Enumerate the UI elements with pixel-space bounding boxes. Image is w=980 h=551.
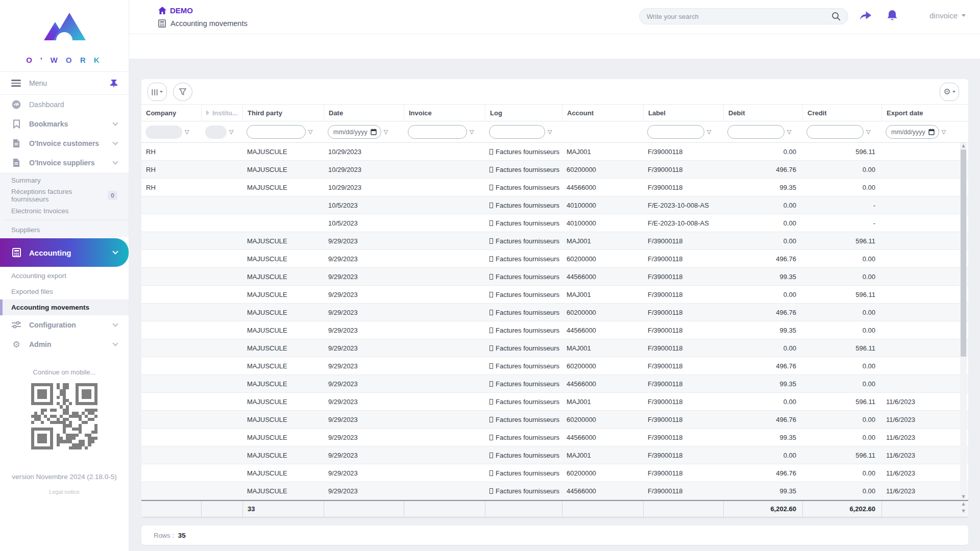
- filter-funnel-icon[interactable]: ▽: [229, 129, 233, 135]
- filter-funnel-icon[interactable]: ▽: [866, 129, 870, 135]
- filter-button[interactable]: [173, 83, 192, 101]
- cell-label: F/39000118: [643, 380, 723, 388]
- filter-funnel-icon[interactable]: ▽: [787, 129, 791, 135]
- filter-funnel-icon[interactable]: ▽: [185, 129, 189, 135]
- column-header-invoice[interactable]: Invoice: [404, 105, 485, 121]
- table-row[interactable]: MAJUSCULE9/29/2023Factures fournisseurs4…: [141, 375, 968, 393]
- scroll-down-icon[interactable]: ▼: [962, 509, 965, 513]
- table-row[interactable]: MAJUSCULE9/29/2023Factures fournisseurs4…: [141, 482, 968, 500]
- sidebar-item-dashboard[interactable]: Dashboard: [0, 95, 129, 114]
- dashboard-icon: [11, 100, 21, 109]
- table-row[interactable]: MAJUSCULE9/29/2023Factures fournisseursM…: [141, 393, 968, 411]
- cell-label: F/E-2023-10-008-AS: [643, 202, 723, 209]
- scroll-up-icon[interactable]: ▲: [962, 502, 965, 506]
- table-row[interactable]: MAJUSCULE9/29/2023Factures fournisseursM…: [141, 232, 968, 250]
- sidebar-item-electronic-invoices[interactable]: Electronic Invoices: [0, 203, 129, 218]
- table-row[interactable]: RHMAJUSCULE10/29/2023Factures fournisseu…: [141, 161, 968, 179]
- table-row[interactable]: MAJUSCULE9/29/2023Factures fournisseurs6…: [141, 357, 968, 375]
- sidebar-item-receptions-factures[interactable]: Réceptions factures fournisseurs 0: [0, 188, 129, 203]
- cell-credit: 0.00: [802, 255, 881, 263]
- sidebar-item-accounting-movements[interactable]: Accounting movements: [0, 299, 129, 315]
- totals-scrollbar[interactable]: ▲ ▼: [960, 502, 967, 513]
- credit-filter-input[interactable]: [806, 125, 864, 139]
- sidebar-item-bookmarks[interactable]: Bookmarks: [0, 114, 129, 134]
- search-input[interactable]: [647, 13, 831, 20]
- filter-funnel-icon[interactable]: ▽: [942, 129, 946, 135]
- calendar-icon[interactable]: [928, 129, 935, 135]
- table-row[interactable]: MAJUSCULE9/29/2023Factures fournisseurs6…: [141, 464, 968, 482]
- sidebar-item-exported-files[interactable]: Exported files: [0, 284, 129, 299]
- column-header-date[interactable]: Date: [324, 105, 404, 121]
- breadcrumb-root-label: DEMO: [170, 6, 193, 15]
- scroll-down-icon[interactable]: ▼: [962, 494, 965, 500]
- column-header-institution[interactable]: Institu...: [201, 105, 242, 121]
- user-menu[interactable]: dinvoice: [929, 11, 966, 20]
- table-settings-button[interactable]: ⚙: [940, 83, 959, 101]
- sidebar-item-accounting[interactable]: Accounting: [0, 238, 129, 267]
- sidebar-item-configuration[interactable]: Configuration: [0, 315, 129, 335]
- columns-chooser-button[interactable]: |||: [148, 83, 167, 101]
- table-row[interactable]: MAJUSCULE9/29/2023Factures fournisseurs6…: [141, 304, 968, 321]
- column-header-label[interactable]: Label: [643, 105, 723, 121]
- column-header-export-date[interactable]: Export date: [881, 105, 957, 121]
- share-icon[interactable]: [859, 9, 872, 21]
- table-row[interactable]: MAJUSCULE9/29/2023Factures fournisseurs4…: [141, 321, 968, 339]
- column-header-third-party[interactable]: Third party: [242, 105, 324, 121]
- vertical-scrollbar[interactable]: ▲ ▼: [960, 143, 967, 500]
- table-row[interactable]: MAJUSCULE9/29/2023Factures fournisseursM…: [141, 446, 968, 464]
- table-row[interactable]: MAJUSCULE9/29/2023Factures fournisseursM…: [141, 339, 968, 357]
- pin-sidebar-icon[interactable]: [110, 79, 117, 87]
- column-header-log[interactable]: Log: [485, 105, 562, 121]
- filter-funnel-icon[interactable]: ▽: [470, 129, 474, 135]
- cell-credit: 0.00: [802, 380, 881, 388]
- column-header-account[interactable]: Account: [562, 105, 643, 121]
- scrollbar-thumb[interactable]: [961, 149, 966, 357]
- table-row[interactable]: 10/5/2023Factures fournisseurs40100000F/…: [141, 196, 968, 214]
- column-header-company[interactable]: Company: [141, 105, 201, 121]
- export-date-filter-input[interactable]: mm/dd/yyyy: [886, 125, 939, 139]
- scroll-up-icon[interactable]: ▲: [962, 143, 965, 149]
- legal-notice-link[interactable]: Legal notice: [0, 489, 129, 495]
- table-row[interactable]: MAJUSCULE9/29/2023Factures fournisseurs4…: [141, 429, 968, 446]
- search-icon[interactable]: [831, 12, 841, 21]
- table-row[interactable]: MAJUSCULE9/29/2023Factures fournisseurs6…: [141, 250, 968, 268]
- cell-debit: 0.00: [723, 452, 802, 459]
- table-row[interactable]: MAJUSCULE9/29/2023Factures fournisseursM…: [141, 286, 968, 304]
- table-row[interactable]: RHMAJUSCULE10/29/2023Factures fournisseu…: [141, 143, 968, 161]
- date-filter-input[interactable]: mm/dd/yyyy: [328, 125, 381, 139]
- table-row[interactable]: MAJUSCULE9/29/2023Factures fournisseurs6…: [141, 411, 968, 429]
- invoice-filter-input[interactable]: [408, 125, 467, 139]
- cell-third-party: MAJUSCULE: [242, 148, 324, 156]
- cell-credit: 596.11: [802, 237, 881, 245]
- filter-funnel-icon[interactable]: ▽: [308, 129, 312, 135]
- label-filter-input[interactable]: [647, 125, 704, 139]
- table-row[interactable]: RHMAJUSCULE10/29/2023Factures fournisseu…: [141, 179, 968, 196]
- column-header-credit[interactable]: Credit: [802, 105, 881, 121]
- sidebar-item-accounting-export[interactable]: Accounting export: [0, 268, 129, 284]
- cell-log: Factures fournisseurs: [485, 184, 562, 191]
- calendar-icon[interactable]: [371, 129, 377, 135]
- sidebar-item-oinvoice-customers[interactable]: O'Invoice customers: [0, 134, 129, 153]
- menu-toggle[interactable]: Menu: [0, 71, 129, 95]
- expand-column-icon[interactable]: [206, 110, 209, 115]
- table-row[interactable]: 10/5/2023Factures fournisseurs40100000F/…: [141, 214, 968, 232]
- table-row[interactable]: MAJUSCULE9/29/2023Factures fournisseurs4…: [141, 268, 968, 286]
- sidebar-item-summary[interactable]: Summary: [0, 172, 129, 188]
- filter-funnel-icon[interactable]: ▽: [707, 129, 711, 135]
- sidebar-item-admin[interactable]: ⚙ Admin: [0, 335, 129, 354]
- cell-third-party: MAJUSCULE: [242, 184, 324, 191]
- sidebar-item-suppliers[interactable]: Suppliers: [0, 222, 129, 237]
- sidebar-item-oinvoice-suppliers[interactable]: O'Invoice suppliers: [0, 153, 129, 172]
- breadcrumb-home[interactable]: DEMO: [158, 6, 248, 15]
- debit-filter-input[interactable]: [727, 125, 785, 139]
- cell-log: Factures fournisseurs: [485, 344, 562, 352]
- missing-glyph-icon: [489, 167, 493, 172]
- notifications-bell-icon[interactable]: [886, 9, 898, 22]
- cell-credit: 0.00: [802, 469, 881, 477]
- filter-funnel-icon[interactable]: ▽: [548, 129, 552, 135]
- column-header-debit[interactable]: Debit: [723, 105, 802, 121]
- log-filter-input[interactable]: [489, 125, 545, 139]
- filter-funnel-icon[interactable]: ▽: [384, 129, 388, 135]
- cell-log: Factures fournisseurs: [485, 452, 562, 459]
- third-party-filter-input[interactable]: [247, 125, 306, 139]
